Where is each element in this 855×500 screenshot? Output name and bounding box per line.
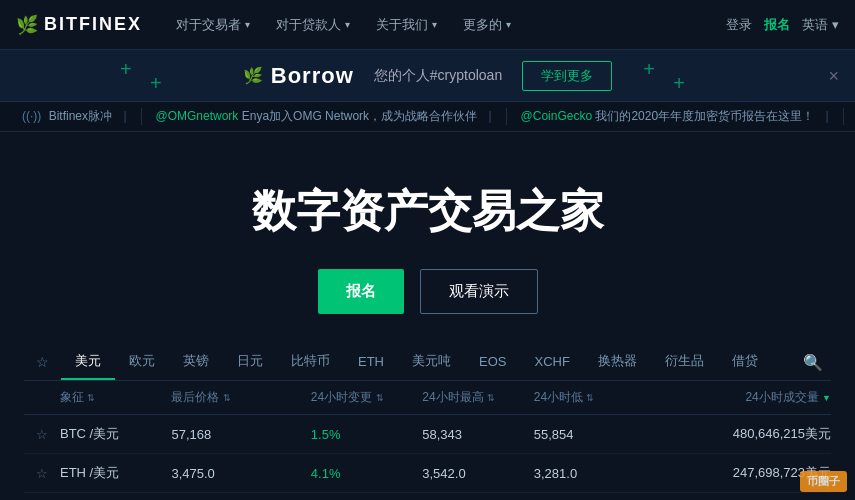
language-selector[interactable]: 英语 ▾	[802, 16, 839, 34]
tab-derivatives[interactable]: 衍生品	[651, 344, 718, 380]
deco-plus: +	[150, 72, 162, 95]
sort-icon[interactable]: ▼	[822, 393, 831, 403]
row-symbol: ETH /美元	[60, 464, 171, 482]
sort-icon[interactable]: ⇅	[87, 393, 95, 403]
deco-plus: +	[643, 58, 655, 81]
nav-links: 对于交易者 ▾ 对于贷款人 ▾ 关于我们 ▾ 更多的 ▾	[166, 10, 726, 40]
nav-item-more[interactable]: 更多的 ▾	[453, 10, 521, 40]
header-symbol: 象征 ⇅	[60, 389, 171, 406]
nav-item-about[interactable]: 关于我们 ▾	[366, 10, 447, 40]
tab-gbp[interactable]: 英镑	[169, 344, 223, 380]
tab-btc[interactable]: 比特币	[277, 344, 344, 380]
close-icon[interactable]: ×	[828, 65, 839, 86]
row-change: 1.5%	[311, 427, 422, 442]
row-change: 4.1%	[311, 466, 422, 481]
tab-exchange[interactable]: 换热器	[584, 344, 651, 380]
market-section: ☆ 美元 欧元 英镑 日元 比特币 ETH 美元吨 EOS XCHF 换热器 衍…	[0, 344, 855, 493]
login-link[interactable]: 登录	[726, 16, 752, 34]
market-table: 象征 ⇅ 最后价格 ⇅ 24小时变更 ⇅ 24小时最高 ⇅ 24小时低 ⇅ 24…	[24, 381, 831, 493]
banner-borrow-brand: 🌿 Borrow	[243, 63, 354, 89]
row-high: 3,542.0	[422, 466, 533, 481]
ticker-item: ((·)) Bitfinex脉冲 |	[8, 108, 142, 125]
row-low: 3,281.0	[534, 466, 645, 481]
row-volume: 480,646,215美元	[645, 425, 831, 443]
header-change: 24小时变更 ⇅	[311, 389, 422, 406]
favorite-star[interactable]: ☆	[24, 427, 60, 442]
sort-icon[interactable]: ⇅	[487, 393, 495, 403]
banner-subtitle: 您的个人#cryptoloan	[374, 67, 502, 85]
header-low: 24小时低 ⇅	[534, 389, 645, 406]
tab-lending[interactable]: 借贷	[718, 344, 772, 380]
row-price: 57,168	[171, 427, 310, 442]
tab-eos[interactable]: EOS	[465, 346, 520, 379]
demo-button[interactable]: 观看演示	[420, 269, 538, 314]
sort-icon[interactable]: ⇅	[376, 393, 384, 403]
favorites-tab[interactable]: ☆	[24, 346, 61, 378]
sort-icon[interactable]: ⇅	[223, 393, 231, 403]
deco-plus: +	[673, 72, 685, 95]
favorite-star[interactable]: ☆	[24, 466, 60, 481]
row-price: 3,475.0	[171, 466, 310, 481]
header-volume: 24小时成交量 ▼	[645, 389, 831, 406]
ticker-bar: ((·)) Bitfinex脉冲 | @OMGnetwork Enya加入OMG…	[0, 102, 855, 132]
promo-banner: + + + + 🌿 Borrow 您的个人#cryptoloan 学到更多 ×	[0, 50, 855, 102]
ticker-item: @Plutus PLIP | Pluton流动	[844, 108, 855, 125]
tab-eur[interactable]: 欧元	[115, 344, 169, 380]
nav-item-lenders[interactable]: 对于贷款人 ▾	[266, 10, 360, 40]
banner-cta-button[interactable]: 学到更多	[522, 61, 612, 91]
tab-usd[interactable]: 美元	[61, 344, 115, 380]
header-price: 最后价格 ⇅	[171, 389, 310, 406]
tab-xchf[interactable]: XCHF	[520, 346, 583, 379]
banner-title: Borrow	[271, 63, 354, 89]
nav-item-traders[interactable]: 对于交易者 ▾	[166, 10, 260, 40]
tab-ust[interactable]: 美元吨	[398, 344, 465, 380]
tab-eth[interactable]: ETH	[344, 346, 398, 379]
sort-icon[interactable]: ⇅	[586, 393, 594, 403]
table-row[interactable]: ☆ ETH /美元 3,475.0 4.1% 3,542.0 3,281.0 2…	[24, 454, 831, 493]
chevron-down-icon: ▾	[245, 19, 250, 30]
chevron-down-icon: ▾	[832, 17, 839, 32]
row-low: 55,854	[534, 427, 645, 442]
watermark: 币圈子	[800, 471, 847, 492]
row-symbol: BTC /美元	[60, 425, 171, 443]
chevron-down-icon: ▾	[506, 19, 511, 30]
logo-text: BITFINEX	[44, 14, 142, 35]
borrow-leaf-icon: 🌿	[243, 66, 263, 85]
ticker-item: @OMGnetwork Enya加入OMG Network，成为战略合作伙伴 |	[142, 108, 507, 125]
logo-icon: 🌿	[16, 14, 38, 36]
hero-buttons: 报名 观看演示	[318, 269, 538, 314]
nav-right: 登录 报名 英语 ▾	[726, 16, 839, 34]
navbar: 🌿 BITFINEX 对于交易者 ▾ 对于贷款人 ▾ 关于我们 ▾ 更多的 ▾ …	[0, 0, 855, 50]
search-icon[interactable]: 🔍	[795, 345, 831, 380]
logo[interactable]: 🌿 BITFINEX	[16, 14, 142, 36]
signup-link[interactable]: 报名	[764, 16, 790, 34]
market-tabs: ☆ 美元 欧元 英镑 日元 比特币 ETH 美元吨 EOS XCHF 换热器 衍…	[24, 344, 831, 381]
table-row[interactable]: ☆ BTC /美元 57,168 1.5% 58,343 55,854 480,…	[24, 415, 831, 454]
hero-section: 数字资产交易之家 报名 观看演示	[0, 132, 855, 344]
tab-jpy[interactable]: 日元	[223, 344, 277, 380]
deco-plus: +	[120, 58, 132, 81]
chevron-down-icon: ▾	[345, 19, 350, 30]
hero-title: 数字资产交易之家	[252, 182, 604, 241]
chevron-down-icon: ▾	[432, 19, 437, 30]
row-high: 58,343	[422, 427, 533, 442]
signup-button[interactable]: 报名	[318, 269, 404, 314]
header-high: 24小时最高 ⇅	[422, 389, 533, 406]
table-header: 象征 ⇅ 最后价格 ⇅ 24小时变更 ⇅ 24小时最高 ⇅ 24小时低 ⇅ 24…	[24, 381, 831, 415]
ticker-item: @CoinGecko 我们的2020年年度加密货币报告在这里！ |	[507, 108, 844, 125]
